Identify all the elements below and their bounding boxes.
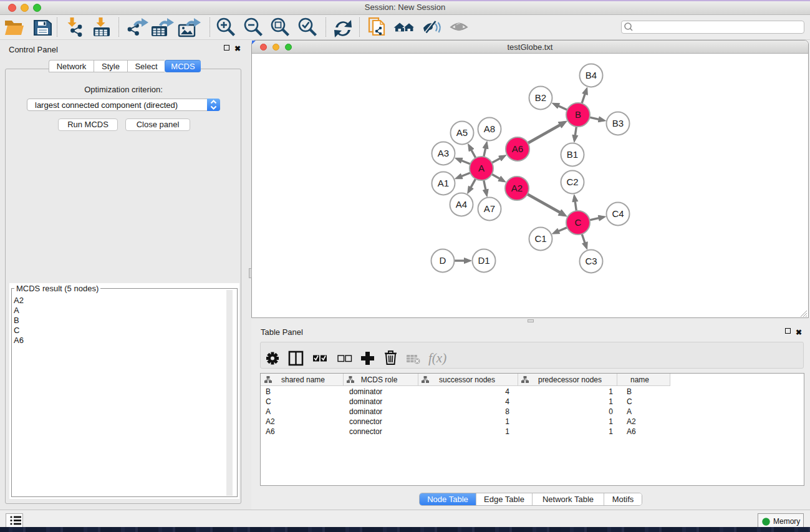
svg-text:A3: A3 [438, 148, 449, 158]
svg-text:B4: B4 [586, 70, 597, 80]
svg-text:A6: A6 [512, 143, 523, 154]
svg-text:B3: B3 [612, 118, 624, 128]
svg-text:A2: A2 [511, 183, 523, 193]
svg-text:B1: B1 [567, 149, 578, 160]
svg-text:B: B [575, 109, 581, 120]
svg-text:D: D [440, 255, 446, 266]
svg-text:C3: C3 [585, 256, 597, 266]
svg-text:D1: D1 [478, 255, 489, 266]
svg-text:B2: B2 [535, 92, 546, 103]
svg-text:A: A [478, 163, 485, 173]
svg-text:C2: C2 [566, 177, 578, 187]
svg-text:A8: A8 [484, 123, 495, 134]
svg-text:C1: C1 [534, 233, 546, 244]
svg-text:A1: A1 [438, 178, 449, 188]
svg-text:A5: A5 [456, 127, 468, 138]
svg-text:A7: A7 [484, 203, 495, 214]
svg-text:C: C [575, 217, 582, 228]
svg-text:C4: C4 [612, 208, 624, 219]
svg-text:A4: A4 [456, 199, 467, 210]
svg-text:f(x): f(x) [428, 351, 446, 365]
